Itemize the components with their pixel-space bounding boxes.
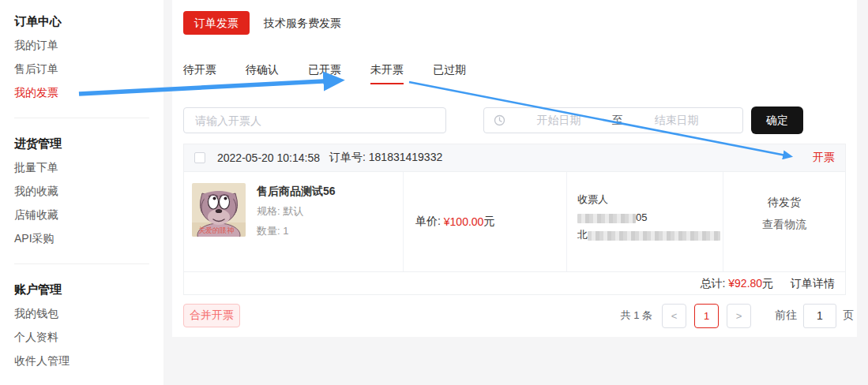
product-name[interactable]: 售后商品测试56 — [257, 185, 336, 199]
merge-invoice-button[interactable]: 合并开票 — [183, 304, 240, 327]
invoicer-search-input[interactable] — [183, 107, 446, 133]
chevron-left-icon: < — [671, 310, 678, 322]
goto-page-input[interactable] — [803, 304, 836, 328]
sidebar-item-aftersale-orders[interactable]: 售后订单 — [14, 57, 163, 80]
total-count-text: 共 1 条 — [621, 308, 652, 323]
clock-icon — [494, 114, 505, 126]
unit-price-unit: 元 — [483, 215, 494, 229]
invoice-panel: 订单发票 技术服务费发票 待开票 待确认 已开票 未开票 已过期 开始日期 至 … — [172, 0, 857, 337]
receiver-column: 收票人 05 北 — [566, 172, 723, 271]
invoice-status-tabs: 待开票 待确认 已开票 未开票 已过期 — [183, 63, 495, 84]
unit-price-label: 单价: — [415, 215, 441, 229]
sidebar-section-purchase-mgmt: 进货管理 — [14, 132, 163, 155]
tab-invoiced[interactable]: 已开票 — [308, 63, 341, 84]
order-number-label: 订单号: — [329, 151, 366, 163]
sidebar-item-my-invoices[interactable]: 我的发票 — [14, 80, 163, 104]
total-amount: ¥92.80 — [728, 277, 762, 290]
sidebar-section-order-center: 订单中心 — [14, 9, 163, 33]
svg-text:关爱的眼神: 关爱的眼神 — [198, 226, 234, 234]
create-invoice-link[interactable]: 开票 — [813, 151, 835, 165]
sidebar-item-recipient-mgmt[interactable]: 收件人管理 — [14, 349, 163, 372]
bottom-bar: 合并开票 共 1 条 < 1 > 前往 页 — [183, 303, 854, 328]
sidebar-item-shop-favorites[interactable]: 店铺收藏 — [14, 203, 163, 226]
sidebar-divider — [14, 118, 149, 118]
receiver-phone-visible: 05 — [636, 211, 647, 223]
invoice-type-tabs: 订单发票 技术服务费发票 — [183, 11, 341, 35]
order-status: 待发货 — [723, 196, 845, 210]
total-label: 总计: — [701, 277, 726, 290]
receiver-address-masked — [588, 231, 720, 241]
sidebar: 订单中心 我的订单 售后订单 我的发票 进货管理 批量下单 我的收藏 店铺收藏 … — [0, 0, 163, 385]
tab-tech-service-invoice[interactable]: 技术服务费发票 — [264, 11, 341, 35]
order-card-header: 2022-05-20 10:14:58 订单号: 181831419332 开票 — [184, 144, 845, 172]
product-info: 售后商品测试56 规格: 默认 数量: 1 — [257, 183, 336, 260]
confirm-button[interactable]: 确定 — [751, 107, 803, 134]
filter-row: 开始日期 至 结束日期 确定 — [183, 107, 857, 134]
order-card: 2022-05-20 10:14:58 订单号: 181831419332 开票 — [183, 144, 846, 295]
chevron-right-icon: > — [736, 310, 742, 322]
order-card-body: 关爱的眼神 售后商品测试56 规格: 默认 数量: 1 单价: ¥100.00元… — [184, 172, 845, 271]
product-spec: 规格: 默认 — [257, 204, 336, 219]
tab-not-invoiced[interactable]: 未开票 — [370, 63, 404, 84]
order-checkbox[interactable] — [194, 152, 205, 163]
sidebar-item-api-purchase[interactable]: API采购 — [14, 226, 163, 250]
receiver-phone-masked — [577, 214, 636, 223]
sidebar-item-my-favorites[interactable]: 我的收藏 — [14, 179, 163, 203]
date-separator: 至 — [612, 114, 623, 128]
tab-expired[interactable]: 已过期 — [433, 63, 466, 84]
sidebar-section-account-mgmt: 账户管理 — [14, 278, 163, 301]
sidebar-item-profile[interactable]: 个人资料 — [14, 325, 163, 349]
order-number-value: 181831419332 — [369, 151, 442, 163]
pagination-next-button[interactable]: > — [727, 304, 751, 328]
receiver-address: 北 — [577, 228, 716, 242]
total-unit: 元 — [762, 277, 773, 290]
goto-page-label: 前往 — [775, 308, 797, 323]
sidebar-item-my-wallet[interactable]: 我的钱包 — [14, 301, 163, 325]
order-datetime: 2022-05-20 10:14:58 — [217, 151, 320, 164]
view-logistics-link[interactable]: 查看物流 — [723, 218, 845, 232]
tab-order-invoice[interactable]: 订单发票 — [183, 11, 250, 35]
receiver-address-prefix: 北 — [577, 229, 588, 241]
unit-price-amount: ¥100.00 — [444, 215, 484, 228]
price-column: 单价: ¥100.00元 — [403, 172, 566, 271]
sidebar-divider — [14, 264, 149, 264]
receiver-phone: 05 — [577, 211, 716, 223]
order-number: 订单号: 181831419332 — [329, 151, 442, 165]
sidebar-item-my-orders[interactable]: 我的订单 — [14, 33, 163, 57]
sidebar-item-bulk-order[interactable]: 批量下单 — [14, 155, 163, 179]
order-total-row: 总计: ¥92.80元 订单详情 — [184, 271, 845, 294]
pagination-prev-button[interactable]: < — [662, 304, 686, 328]
product-thumbnail[interactable]: 关爱的眼神 — [192, 183, 246, 237]
status-column: 待发货 查看物流 — [723, 172, 845, 271]
date-range-picker[interactable]: 开始日期 至 结束日期 — [483, 107, 743, 133]
start-date-placeholder[interactable]: 开始日期 — [505, 114, 612, 128]
order-detail-link[interactable]: 订单详情 — [791, 277, 835, 290]
end-date-placeholder[interactable]: 结束日期 — [623, 114, 730, 128]
cartoon-dog-image: 关爱的眼神 — [192, 183, 246, 237]
pagination-page-1[interactable]: 1 — [694, 304, 719, 328]
product-quantity: 数量: 1 — [257, 224, 336, 238]
receiver-title: 收票人 — [577, 192, 716, 207]
tab-pending-invoice[interactable]: 待开票 — [183, 63, 216, 84]
product-column: 关爱的眼神 售后商品测试56 规格: 默认 数量: 1 — [184, 172, 403, 271]
tab-pending-confirm[interactable]: 待确认 — [246, 63, 279, 84]
page-unit-label: 页 — [843, 308, 854, 323]
